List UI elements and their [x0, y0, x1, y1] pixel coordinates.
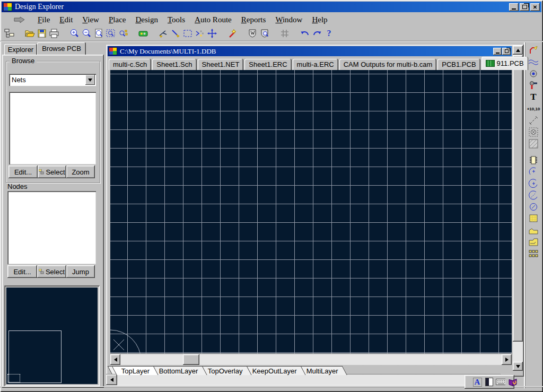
polygon-plane-icon[interactable]	[527, 225, 540, 236]
vscroll-thumb[interactable]	[513, 55, 523, 342]
toggle-grid-icon[interactable]	[278, 28, 291, 39]
nets-listbox[interactable]	[9, 92, 96, 164]
tab-multi-a-erc[interactable]: multi-a.ERC	[293, 59, 338, 70]
zoom-point-icon[interactable]	[117, 28, 129, 39]
nodes-select-button[interactable]: Select	[37, 265, 66, 278]
string-icon[interactable]: T	[527, 92, 540, 102]
viewport-indicator[interactable]	[7, 374, 20, 382]
pcb-editor-canvas[interactable]	[110, 70, 512, 353]
via-icon[interactable]	[527, 68, 540, 79]
scroll-up-button[interactable]	[513, 46, 523, 55]
board-preview[interactable]	[4, 285, 100, 386]
dimension-icon[interactable]	[527, 115, 540, 126]
arrange-components-icon[interactable]	[206, 28, 218, 39]
menu-help[interactable]: Help	[307, 15, 332, 25]
tab-sheet1-net[interactable]: Sheet1.NET	[198, 59, 244, 70]
tab-sheet1-sch[interactable]: Sheet1.Sch	[152, 59, 196, 70]
pad-icon[interactable]	[527, 80, 540, 91]
zoom-document-icon[interactable]	[92, 28, 104, 39]
split-plane-icon[interactable]	[527, 237, 540, 247]
document-titlebar[interactable]: C:\My Documents\MULTI-1.DDB	[108, 46, 512, 56]
nodes-edit-button[interactable]: Edit...	[7, 265, 37, 278]
keyboard-icon[interactable]	[496, 377, 505, 387]
help-advisor-icon[interactable]	[507, 377, 517, 387]
save-icon[interactable]	[36, 28, 48, 39]
tab-explorer[interactable]: Explorer	[4, 44, 37, 55]
menu-window[interactable]: Window	[270, 15, 307, 25]
polygon-plane-zoom-icon[interactable]	[258, 28, 270, 39]
system-menu-arrow-icon[interactable]	[14, 16, 25, 23]
redo-icon[interactable]	[311, 28, 323, 39]
tab-pcb1-pcb[interactable]: PCB1.PCB	[437, 59, 480, 70]
tab-cam-outputs[interactable]: CAM Outputs for multi-b.cam	[339, 59, 437, 70]
document-hscrollbar[interactable]	[110, 354, 512, 365]
nets-zoom-button[interactable]: Zoom	[66, 165, 95, 178]
tab-911-pcb[interactable]: 911.PCB	[481, 57, 528, 70]
help-icon[interactable]: ?	[323, 28, 335, 39]
scroll-left-button[interactable]	[110, 354, 120, 365]
pad-array-icon[interactable]	[527, 248, 540, 259]
layer-tab-toplayer[interactable]: TopLayer	[112, 366, 161, 375]
document-restore-button[interactable]	[502, 48, 511, 55]
layer-tab-bottomlayer[interactable]: BottomLayer	[150, 366, 209, 375]
component-icon[interactable]	[527, 155, 540, 165]
menu-place[interactable]: Place	[104, 15, 130, 25]
knife-split-icon[interactable]	[169, 28, 181, 39]
menu-design[interactable]: Design	[130, 15, 163, 25]
fill-icon[interactable]	[527, 213, 540, 224]
print-icon[interactable]	[48, 28, 60, 39]
tab-sheet1-erc[interactable]: Sheet1.ERC	[244, 59, 291, 70]
zoom-out-icon[interactable]	[80, 28, 92, 39]
tab-browse-pcb[interactable]: Browse PCB	[37, 42, 86, 55]
nodes-listbox[interactable]	[7, 191, 96, 264]
workspace-hscrollbar[interactable]	[106, 374, 501, 386]
zoom-area-icon[interactable]	[104, 28, 117, 39]
multiple-traces-icon[interactable]	[527, 57, 540, 67]
document-window: C:\My Documents\MULTI-1.DDB multi-c.Sch …	[106, 45, 524, 377]
scroll-right-button[interactable]	[502, 354, 512, 365]
menu-reports[interactable]: Reports	[237, 15, 271, 25]
text-config-icon[interactable]: A	[472, 377, 482, 387]
menu-auto-route[interactable]: Auto Route	[190, 15, 237, 25]
zoom-in-icon[interactable]	[68, 28, 80, 39]
undo-icon[interactable]	[299, 28, 311, 39]
menu-view[interactable]: View	[77, 15, 104, 25]
menu-tools[interactable]: Tools	[163, 15, 190, 25]
menu-edit[interactable]: Edit	[55, 15, 77, 25]
wiring-tools-icon[interactable]	[157, 28, 169, 39]
polygon-plane-icon[interactable]	[246, 28, 258, 39]
wizard-icon[interactable]	[226, 28, 238, 39]
move-selection-icon[interactable]	[194, 28, 206, 39]
select-area-icon[interactable]	[181, 28, 194, 39]
minimize-button[interactable]	[509, 3, 519, 11]
nets-select-button[interactable]: Select	[38, 165, 66, 178]
layer-tab-keepoutlayer[interactable]: KeepOutLayer	[243, 366, 308, 375]
full-circle-icon[interactable]	[527, 202, 540, 212]
room-icon[interactable]	[527, 127, 540, 137]
interactive-routing-icon[interactable]	[527, 45, 540, 56]
design-manager-toggle-icon[interactable]	[3, 28, 15, 39]
arc-edge-icon[interactable]	[527, 167, 540, 177]
coordinate-icon[interactable]: +10,10	[527, 103, 540, 114]
fill-config-icon[interactable]	[484, 377, 494, 387]
open-document-icon[interactable]	[23, 28, 36, 39]
scroll-down-button[interactable]	[513, 362, 523, 371]
browse-filter-dropdown[interactable]: Nets	[9, 74, 96, 86]
arc-center-icon[interactable]	[527, 178, 540, 189]
nodes-jump-button[interactable]: Jump	[66, 265, 95, 278]
cross-probe-icon[interactable]	[137, 28, 149, 39]
app-titlebar[interactable]: Design Explorer ✕	[2, 2, 541, 12]
nets-edit-button[interactable]: Edit...	[8, 165, 38, 178]
tab-multi-c-sch[interactable]: multi-c.Sch	[109, 59, 151, 70]
document-vscrollbar[interactable]	[513, 46, 523, 371]
dropdown-arrow-button[interactable]	[85, 75, 95, 85]
arc-angle-icon[interactable]	[527, 190, 540, 201]
fill-hatched-icon[interactable]	[527, 138, 540, 149]
status-mini-toolbar: A	[465, 375, 514, 389]
restore-button[interactable]	[520, 3, 529, 11]
menu-file[interactable]: File	[33, 15, 55, 25]
hscroll-thumb[interactable]	[183, 354, 199, 365]
workspace-scroll-left-button[interactable]	[106, 374, 117, 385]
close-button[interactable]: ✕	[530, 3, 540, 11]
document-minimize-button[interactable]	[493, 48, 502, 55]
